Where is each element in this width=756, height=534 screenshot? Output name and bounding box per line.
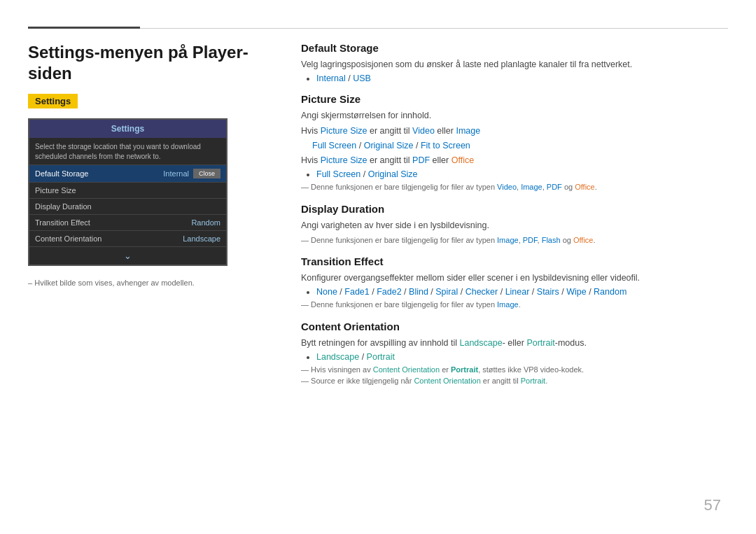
- section-picture-size: Picture Size Angi skjermstørrelsen for i…: [301, 93, 728, 193]
- display-duration-note: — Denne funksjonen er bare tilgjengelig …: [301, 234, 728, 246]
- picture-size-note: — Denne funksjonen er bare tilgjengelig …: [301, 181, 728, 193]
- section-desc-default-storage: Velg lagringsposisjonen som du ønsker å …: [301, 57, 728, 71]
- section-default-storage: Default Storage Velg lagringsposisjonen …: [301, 42, 728, 83]
- bullet-landscape-portrait: Landscape / Portrait: [316, 352, 728, 362]
- settings-mockup-box: Settings Select the storage location tha…: [28, 118, 227, 266]
- section-desc-content-orientation: Bytt retningen for avspilling av innhold…: [301, 336, 728, 350]
- row-value-transition-effect: Random: [191, 218, 220, 227]
- picture-size-note-pdf: Hvis Picture Size er angitt til PDF elle…: [301, 153, 728, 167]
- bullet-fullscreen-originalsize: Full Screen / Original Size: [316, 169, 728, 179]
- close-button[interactable]: Close: [193, 169, 220, 178]
- section-desc-picture-size: Angi skjermstørrelsen for innhold.: [301, 108, 728, 122]
- content-orientation-note-1: — Hvis visningen av Content Orientation …: [301, 364, 728, 376]
- page-title: Settings-menyen på Player-siden: [28, 42, 287, 84]
- model-note: – Hvilket bilde som vises, avhenger av m…: [28, 279, 287, 287]
- settings-badge: Settings: [28, 94, 78, 108]
- section-title-transition-effect: Transition Effect: [301, 255, 728, 267]
- bullet-transition-options: None / Fade1 / Fade2 / Blind / Spiral / …: [316, 287, 728, 297]
- settings-row-default-storage[interactable]: Default Storage Internal Close: [29, 164, 226, 182]
- top-line-accent: [28, 27, 140, 29]
- section-transition-effect: Transition Effect Konfigurer overgangsef…: [301, 255, 728, 311]
- section-title-picture-size: Picture Size: [301, 93, 728, 105]
- row-label-transition-effect: Transition Effect: [35, 218, 90, 227]
- transition-effect-note: — Denne funksjonen er bare tilgjengelig …: [301, 299, 728, 311]
- row-value-content-orientation: Landscape: [183, 234, 220, 243]
- row-label-default-storage: Default Storage: [35, 169, 88, 178]
- content-orientation-note-2: — Source er ikke tilgjengelig når Conten…: [301, 375, 728, 387]
- right-column: Default Storage Velg lagringsposisjonen …: [301, 42, 728, 387]
- bullet-internal-usb: Internal / USB: [316, 73, 728, 83]
- settings-box-desc: Select the storage location that you wan…: [29, 138, 226, 164]
- left-column: Settings-menyen på Player-siden Settings…: [28, 42, 287, 287]
- page-number: 57: [704, 496, 721, 514]
- row-label-content-orientation: Content Orientation: [35, 234, 102, 243]
- settings-box-header: Settings: [29, 120, 226, 138]
- picture-size-note-video: Hvis Picture Size er angitt til Video el…: [301, 124, 728, 138]
- row-label-display-duration: Display Duration: [35, 202, 92, 211]
- section-title-default-storage: Default Storage: [301, 42, 728, 54]
- picture-size-options-video: Full Screen / Original Size / Fit to Scr…: [301, 139, 728, 153]
- section-desc-transition-effect: Konfigurer overgangseffekter mellom side…: [301, 271, 728, 285]
- settings-row-content-orientation[interactable]: Content Orientation Landscape: [29, 230, 226, 246]
- section-title-display-duration: Display Duration: [301, 203, 728, 215]
- settings-row-display-duration[interactable]: Display Duration: [29, 198, 226, 214]
- row-value-default-storage: Internal: [163, 169, 189, 178]
- row-label-picture-size: Picture Size: [35, 186, 76, 195]
- scroll-down-indicator: ⌄: [29, 246, 226, 265]
- section-display-duration: Display Duration Angi varigheten av hver…: [301, 203, 728, 246]
- settings-row-picture-size[interactable]: Picture Size: [29, 182, 226, 198]
- section-content-orientation: Content Orientation Bytt retningen for a…: [301, 321, 728, 387]
- settings-row-transition-effect[interactable]: Transition Effect Random: [29, 214, 226, 230]
- section-desc-display-duration: Angi varigheten av hver side i en lysbil…: [301, 218, 728, 232]
- section-title-content-orientation: Content Orientation: [301, 321, 728, 332]
